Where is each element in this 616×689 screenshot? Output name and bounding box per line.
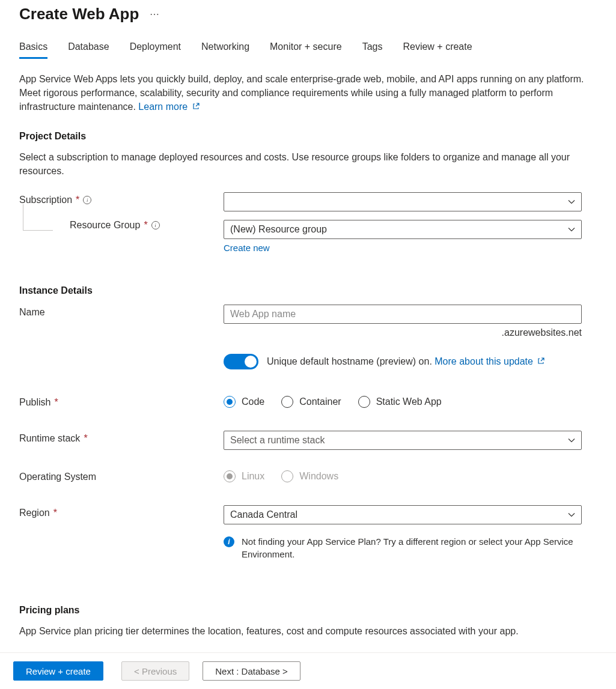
name-label: Name [19, 305, 224, 318]
next-button[interactable]: Next : Database > [203, 661, 300, 681]
learn-more-link[interactable]: Learn more [138, 102, 199, 112]
radio-icon [358, 396, 370, 408]
region-value: Canada Central [230, 509, 297, 520]
pricing-heading: Pricing plans [19, 605, 597, 616]
resource-group-label: Resource Group [70, 220, 140, 231]
os-radio-linux: Linux [224, 470, 264, 482]
publish-radio-container[interactable]: Container [281, 396, 341, 408]
tab-networking[interactable]: Networking [201, 41, 249, 59]
chevron-down-icon [568, 226, 575, 233]
hostname-toggle-row: Unique default hostname (preview) on. Mo… [224, 354, 582, 369]
chevron-down-icon [568, 511, 575, 518]
tab-deployment[interactable]: Deployment [130, 41, 181, 59]
required-icon: * [84, 433, 87, 444]
publish-label: Publish * [19, 395, 224, 408]
region-info-block: i Not finding your App Service Plan? Try… [224, 535, 582, 560]
os-radio-windows: Windows [281, 470, 338, 482]
region-label: Region * [19, 505, 224, 518]
tab-bar: Basics Database Deployment Networking Mo… [19, 41, 597, 59]
page-title: Create Web App [19, 5, 139, 23]
tab-review-create[interactable]: Review + create [403, 41, 472, 59]
tab-tags[interactable]: Tags [362, 41, 383, 59]
radio-icon [224, 396, 236, 408]
required-icon: * [144, 220, 147, 231]
external-link-icon [192, 103, 200, 110]
radio-icon [281, 396, 293, 408]
more-about-update-link[interactable]: More about this update [435, 356, 544, 366]
previous-button: < Previous [121, 661, 189, 681]
required-icon: * [76, 195, 79, 205]
intro-body: App Service Web Apps lets you quickly bu… [19, 74, 584, 112]
review-create-button[interactable]: Review + create [13, 661, 103, 681]
info-badge-icon: i [224, 536, 234, 547]
create-new-link[interactable]: Create new [224, 243, 270, 253]
tab-basics[interactable]: Basics [19, 41, 47, 59]
publish-radio-group: Code Container Static Web App [224, 395, 582, 408]
runtime-row: Runtime stack * Select a runtime stack [19, 431, 597, 450]
resource-group-select[interactable]: (New) Resource group [224, 220, 582, 239]
chevron-down-icon [568, 437, 575, 444]
runtime-label: Runtime stack * [19, 431, 224, 444]
intro-text: App Service Web Apps lets you quickly bu… [19, 72, 596, 114]
region-info-text: Not finding your App Service Plan? Try a… [242, 535, 582, 560]
os-label: Operating System [19, 469, 224, 482]
publish-radio-code[interactable]: Code [224, 396, 264, 408]
hostname-toggle[interactable] [224, 354, 258, 369]
tab-monitor-secure[interactable]: Monitor + secure [270, 41, 342, 59]
publish-radio-static[interactable]: Static Web App [358, 396, 442, 408]
footer-bar: Review + create < Previous Next : Databa… [0, 652, 616, 686]
info-icon[interactable]: i [151, 221, 160, 229]
title-row: Create Web App ⋯ [19, 5, 597, 23]
resource-group-value: (New) Resource group [230, 224, 327, 235]
external-link-icon [537, 357, 544, 365]
tab-database[interactable]: Database [68, 41, 109, 59]
name-input[interactable] [224, 305, 582, 324]
required-icon: * [53, 508, 57, 518]
instance-details-heading: Instance Details [19, 285, 597, 296]
publish-row: Publish * Code Container Static Web App [19, 395, 597, 408]
create-web-app-page: Create Web App ⋯ Basics Database Deploym… [0, 0, 616, 686]
subscription-row: Subscription * i [19, 192, 597, 211]
region-row: Region * Canada Central i Not finding yo… [19, 505, 597, 560]
runtime-placeholder: Select a runtime stack [230, 435, 325, 446]
resource-group-row: Resource Group * i (New) Resource group … [19, 220, 597, 253]
os-row: Operating System Linux Windows [19, 469, 597, 482]
more-icon[interactable]: ⋯ [150, 8, 160, 20]
info-icon[interactable]: i [83, 196, 91, 204]
domain-suffix: .azurewebsites.net [224, 327, 582, 338]
radio-icon [224, 470, 236, 482]
name-row: Name .azurewebsites.net Unique default h… [19, 305, 597, 369]
project-details-desc: Select a subscription to manage deployed… [19, 150, 596, 178]
project-details-heading: Project Details [19, 131, 597, 142]
tree-connector-icon [23, 204, 53, 231]
subscription-label: Subscription * i [19, 192, 224, 205]
chevron-down-icon [568, 198, 575, 205]
required-icon: * [54, 397, 58, 408]
subscription-select[interactable] [224, 192, 582, 211]
os-radio-group: Linux Windows [224, 469, 582, 482]
pricing-desc: App Service plan pricing tier determines… [19, 624, 596, 638]
runtime-select[interactable]: Select a runtime stack [224, 431, 582, 450]
toggle-text: Unique default hostname (preview) on. [267, 356, 432, 366]
region-select[interactable]: Canada Central [224, 505, 582, 524]
radio-icon [281, 470, 293, 482]
